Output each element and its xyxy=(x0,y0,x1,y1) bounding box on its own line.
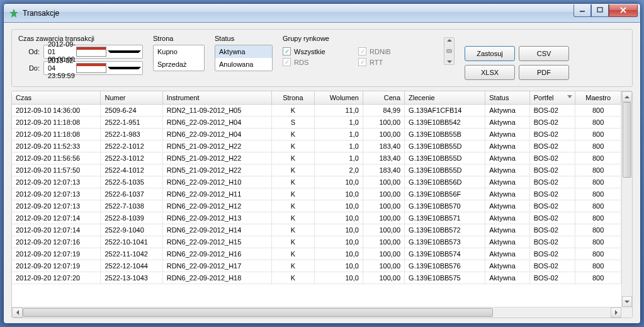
table-row[interactable]: 2012-09-20 11:18:082522-1-983RDN6_22-09-… xyxy=(12,129,621,141)
cell-wolumen: 10,0 xyxy=(315,260,363,272)
side-option-sell[interactable]: Sprzedaż xyxy=(154,58,204,71)
cell-status: Aktywna xyxy=(485,260,529,272)
status-group: Status Aktywna Anulowana xyxy=(215,35,273,71)
table-row[interactable]: 2012-09-20 11:52:332522-2-1012RDN5_21-09… xyxy=(12,141,621,152)
calendar-icon xyxy=(76,47,106,57)
cell-status: Aktywna xyxy=(485,152,529,164)
table-row[interactable]: 2012-09-20 12:07:142522-9-1040RDN6_22-09… xyxy=(12,224,621,236)
scroll-right-button[interactable] xyxy=(611,307,621,318)
status-option-active[interactable]: Aktywna xyxy=(215,45,272,58)
cell-czas: 2012-09-20 12:07:16 xyxy=(12,236,101,248)
side-label: Strona xyxy=(153,35,205,42)
table-row[interactable]: 2012-09-20 12:07:202522-13-1043RDN6_22-0… xyxy=(12,272,621,284)
cell-zlecenie: G.139E10BB572 xyxy=(405,224,485,236)
table-row[interactable]: 2012-09-20 12:07:132522-7-1038RDN6_22-09… xyxy=(12,200,621,212)
cell-wolumen: 1,0 xyxy=(315,152,363,164)
table-row[interactable]: 2012-09-20 12:07:132522-6-1037RDN6_22-09… xyxy=(12,188,621,200)
header-instrument[interactable]: Instrument xyxy=(162,91,271,105)
apply-button[interactable]: Zastosuj xyxy=(465,46,515,61)
xlsx-button[interactable]: XLSX xyxy=(465,65,515,80)
cell-status: Aktywna xyxy=(485,236,529,248)
table-row[interactable]: 2012-09-10 14:36:002509-6-24RDN2_11-09-2… xyxy=(12,105,621,117)
chevron-down-icon xyxy=(108,67,141,69)
scroll-track[interactable] xyxy=(23,307,611,318)
cell-numer: 2522-12-1044 xyxy=(101,260,162,272)
scroll-track[interactable] xyxy=(622,102,632,296)
header-strona[interactable]: Strona xyxy=(271,91,314,105)
header-czas[interactable]: Czas xyxy=(12,91,101,105)
svg-rect-0 xyxy=(580,11,585,12)
cell-instrument: RDN6_22-09-2012_H04 xyxy=(162,129,271,141)
header-wolumen[interactable]: Wolumen xyxy=(315,91,363,105)
cell-portfel: BOS-02 xyxy=(529,224,575,236)
cell-zlecenie: G.139E10BB575 xyxy=(405,272,485,284)
transactions-grid[interactable]: Czas Numer Instrument Strona Wolumen Cen… xyxy=(12,91,621,307)
cell-zlecenie: G.139E10BB573 xyxy=(405,236,485,248)
cell-maestro: 800 xyxy=(575,117,621,129)
cell-maestro: 800 xyxy=(575,260,621,272)
cell-cena: 100,00 xyxy=(363,224,404,236)
transactions-window: Transakcje Czas zawarcia transakcji Od: … xyxy=(3,3,641,324)
table-row[interactable]: 2012-09-20 12:07:162522-10-1041RDN6_22-0… xyxy=(12,236,621,248)
maximize-button[interactable] xyxy=(591,4,609,17)
cell-portfel: BOS-02 xyxy=(529,248,575,260)
header-maestro[interactable]: Maestro xyxy=(575,91,621,105)
arrow-right-icon xyxy=(615,310,618,315)
cell-strona: K xyxy=(271,176,314,188)
header-numer[interactable]: Numer xyxy=(101,91,162,105)
header-zlecenie[interactable]: Zlecenie xyxy=(405,91,485,105)
check-rtt[interactable]: ✓ RTT xyxy=(358,58,434,66)
check-rdnib-label: RDNiB xyxy=(370,48,391,55)
cell-numer: 2522-13-1043 xyxy=(101,272,162,284)
cell-portfel: BOS-02 xyxy=(529,260,575,272)
titlebar[interactable]: Transakcje xyxy=(4,4,640,23)
pdf-button[interactable]: PDF xyxy=(519,65,569,80)
scroll-up-button[interactable] xyxy=(622,91,632,102)
table-container: Czas Numer Instrument Strona Wolumen Cen… xyxy=(11,91,633,318)
scroll-thumb[interactable] xyxy=(23,308,493,317)
check-all[interactable]: ✓ Wszystkie xyxy=(283,47,358,55)
market-groups: Grupy rynkowe ✓ Wszystkie ✓ RDNiB ✓ RDS xyxy=(283,35,434,66)
cell-maestro: 800 xyxy=(575,224,621,236)
table-row[interactable]: 2012-09-20 11:56:562522-3-1012RDN5_21-09… xyxy=(12,152,621,164)
cell-strona: K xyxy=(271,152,314,164)
cell-portfel: BOS-02 xyxy=(529,200,575,212)
side-option-buy[interactable]: Kupno xyxy=(154,45,204,58)
table-row[interactable]: 2012-09-20 11:18:082522-1-951RDN6_22-09-… xyxy=(12,117,621,129)
scroll-left-button[interactable] xyxy=(12,307,23,318)
table-row[interactable]: 2012-09-20 12:07:192522-11-1042RDN6_22-0… xyxy=(12,248,621,260)
groups-scrollbar[interactable] xyxy=(444,37,455,65)
cell-czas: 2012-09-20 12:07:13 xyxy=(12,176,101,188)
header-cena[interactable]: Cena xyxy=(363,91,404,105)
side-listbox[interactable]: Kupno Sprzedaż xyxy=(153,45,205,71)
table-row[interactable]: 2012-09-20 12:07:192522-12-1044RDN6_22-0… xyxy=(12,260,621,272)
scroll-thumb[interactable] xyxy=(623,102,631,178)
calendar-icon xyxy=(76,63,106,73)
scroll-down-button[interactable] xyxy=(622,296,632,307)
vertical-scrollbar[interactable] xyxy=(621,91,632,307)
header-portfel[interactable]: Portfel xyxy=(529,91,575,105)
close-button[interactable] xyxy=(609,4,638,17)
cell-cena: 183,40 xyxy=(363,152,404,164)
table-row[interactable]: 2012-09-20 12:07:142522-8-1039RDN6_22-09… xyxy=(12,212,621,224)
check-rds[interactable]: ✓ RDS xyxy=(283,58,358,66)
scroll-thumb[interactable] xyxy=(446,49,452,53)
table-row[interactable]: 2012-09-20 11:57:502522-4-1012RDN5_21-09… xyxy=(12,164,621,176)
cell-czas: 2012-09-20 12:07:14 xyxy=(12,224,101,236)
table-row[interactable]: 2012-09-20 12:07:132522-5-1035RDN6_22-09… xyxy=(12,176,621,188)
minimize-button[interactable] xyxy=(573,4,591,17)
status-listbox[interactable]: Aktywna Anulowana xyxy=(215,45,273,71)
to-label: Do: xyxy=(18,64,40,72)
cell-czas: 2012-09-20 12:07:19 xyxy=(12,260,101,272)
header-status[interactable]: Status xyxy=(485,91,529,105)
cell-wolumen: 1,0 xyxy=(315,117,363,129)
check-rdnib[interactable]: ✓ RDNiB xyxy=(358,47,434,55)
cell-czas: 2012-09-20 12:07:14 xyxy=(12,212,101,224)
button-group: Zastosuj CSV XLSX PDF xyxy=(465,35,574,80)
to-datetime-picker[interactable]: 2013-02-04 23:59:59 xyxy=(43,61,143,75)
horizontal-scrollbar[interactable] xyxy=(12,307,632,318)
csv-button[interactable]: CSV xyxy=(519,46,569,61)
status-option-cancelled[interactable]: Anulowana xyxy=(215,58,272,71)
cell-wolumen: 1,0 xyxy=(315,129,363,141)
cell-portfel: BOS-02 xyxy=(529,117,575,129)
